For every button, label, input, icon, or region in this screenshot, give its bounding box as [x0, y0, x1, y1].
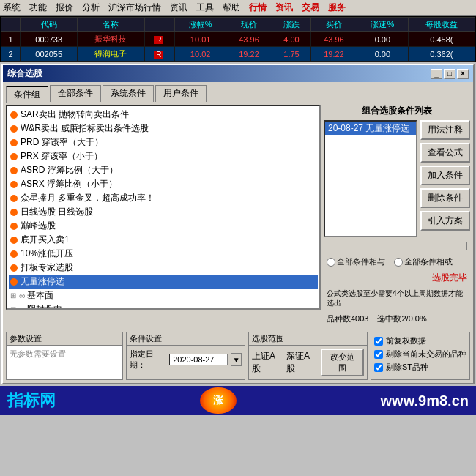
right-panel-content: 20-08-27 无量涨停选 用法注释 查看公式 加入条件 删除条件 引入方案: [324, 120, 470, 237]
params-title: 参数设置: [7, 332, 122, 346]
checkbox-pre-restore[interactable]: [374, 337, 383, 346]
tab-bar: 条件组 全部条件 系统条件 用户条件: [3, 82, 473, 102]
menu-analysis[interactable]: 分析: [82, 1, 100, 14]
checkbox-label: 前复权数据: [386, 335, 426, 346]
checkbox-exclude-no-trade[interactable]: [374, 350, 383, 359]
cell-price: 19.22: [226, 47, 272, 62]
change-range-button[interactable]: 改变范围: [321, 349, 364, 376]
tab-user-conditions[interactable]: 用户条件: [155, 85, 207, 102]
cell-change: 4.00: [272, 32, 310, 47]
stock-count-row: 品种数4003 选中数2/0.0%: [324, 312, 470, 326]
condition-item[interactable]: SAR卖出 抛物转向卖出条件: [9, 108, 318, 122]
date-dropdown-button[interactable]: ▼: [231, 353, 242, 366]
radio-all-or[interactable]: 全部条件相或: [394, 256, 453, 267]
tab-condition-group[interactable]: 条件组: [6, 86, 48, 103]
tree-group-label: 阴封盘中: [27, 303, 62, 310]
table-row[interactable]: 1 000733 振华科技 R 10.01 43.96 4.00 43.96 0…: [1, 32, 475, 47]
checkbox-row: 剔除当前未交易的品种: [374, 349, 466, 360]
condition-item[interactable]: PRD 穿该率（大于）: [9, 135, 318, 149]
cell-name: 振华科技: [78, 32, 144, 47]
condition-item[interactable]: 日线选股 日线选股: [9, 205, 318, 219]
right-panel-label: 组合选股条件列表: [324, 105, 470, 117]
condition-item[interactable]: ASRX 浮筹比例（小于）: [9, 177, 318, 191]
params-panel: 参数设置 无参数需要设置: [6, 332, 123, 380]
dialog-title: 综合选股: [7, 67, 42, 80]
tree-group[interactable]: ⊞ ∞ 基本面: [9, 289, 318, 302]
condition-dot: [10, 181, 18, 188]
tab-all-conditions[interactable]: 全部条件: [50, 85, 101, 102]
condition-label: 无量涨停选: [21, 275, 64, 288]
col-eps: 每股收益: [408, 18, 475, 32]
close-button[interactable]: ×: [457, 69, 469, 79]
radio-options: 全部条件相与 全部条件相或: [324, 255, 470, 269]
date-row: 指定日期： ▼: [127, 346, 245, 373]
date-input[interactable]: [169, 354, 228, 365]
condition-dot: [10, 139, 18, 146]
main-dialog: 综合选股 _ □ × 条件组 全部条件 系统条件 用户条件 SAR卖出 抛物转向…: [1, 64, 475, 384]
col-index: [1, 18, 21, 32]
menu-news2[interactable]: 资讯: [275, 1, 293, 14]
condition-label: W&R卖出 威廉指标卖出条件选股: [21, 122, 149, 135]
menu-function[interactable]: 功能: [29, 1, 47, 14]
status-complete: 选股完毕: [432, 272, 467, 283]
condition-label: 打板专家选股: [21, 261, 73, 274]
selected-conditions-list[interactable]: 20-08-27 无量涨停选: [324, 120, 417, 237]
condition-item[interactable]: 10%涨低开压: [9, 247, 318, 261]
watermark: 指标网 涨 www.9m8.cn: [0, 386, 476, 415]
condition-list-panel[interactable]: SAR卖出 抛物转向卖出条件 W&R卖出 威廉指标卖出条件选股 PRD 穿该率（…: [6, 105, 321, 310]
col-code: 代码: [20, 18, 78, 32]
table-row[interactable]: 2 002055 得润电子 R 10.02 19.22 1.75 19.22 0…: [1, 47, 475, 62]
menu-tools[interactable]: 工具: [196, 1, 214, 14]
condition-item[interactable]: ASRD 浮筹比例（大于）: [9, 163, 318, 177]
import-plan-button[interactable]: 引入方案: [420, 211, 470, 231]
bottom-section: 参数设置 无参数需要设置 条件设置 指定日期： ▼ 选股范围 上证A股 深证A股…: [3, 329, 473, 383]
menu-service[interactable]: 服务: [328, 1, 346, 14]
menu-market[interactable]: 沪深市场行情: [108, 1, 161, 14]
radio-all-or-input[interactable]: [394, 258, 403, 267]
col-price: 现价: [226, 18, 272, 32]
rit-badge: R: [154, 51, 163, 59]
radio-all-same[interactable]: 全部条件相与: [327, 256, 385, 267]
progress-bar: [327, 242, 467, 250]
condition-dot: [10, 223, 18, 230]
condition-item[interactable]: 底开买入卖1: [9, 233, 318, 247]
col-badge: [144, 18, 175, 32]
expand-icon: ⊞: [10, 291, 16, 300]
cell-code: 000733: [20, 32, 78, 47]
selected-condition-item[interactable]: 20-08-27 无量涨停选: [325, 122, 416, 135]
tab-system-conditions[interactable]: 系统条件: [103, 85, 154, 102]
status-area: 选股完毕: [324, 272, 470, 284]
menu-quote[interactable]: 报价: [56, 1, 73, 14]
condition-item[interactable]: 打板专家选股: [9, 261, 318, 275]
tree-group[interactable]: ⊞ ∞ 阴封盘中: [9, 302, 318, 310]
condition-item[interactable]: 众星捧月 多重金叉，超高成功率！: [9, 191, 318, 205]
usage-note-button[interactable]: 用法注释: [420, 120, 470, 140]
condition-dot: [10, 195, 18, 202]
condition-item[interactable]: 巅峰选股: [9, 219, 318, 233]
minimize-button[interactable]: _: [431, 69, 442, 79]
condition-item[interactable]: W&R卖出 威廉指标卖出条件选股: [9, 122, 318, 135]
cell-eps: 0.362(: [408, 47, 475, 62]
maximize-button[interactable]: □: [444, 69, 455, 79]
add-condition-button[interactable]: 加入条件: [420, 166, 470, 185]
view-formula-button[interactable]: 查看公式: [420, 143, 470, 163]
condition-dot: [10, 111, 18, 119]
condition-label: SAR卖出 抛物转向卖出条件: [21, 108, 129, 121]
col-change-pct: 涨幅%: [175, 18, 226, 32]
watermark-left-text: 指标网: [7, 390, 56, 412]
cell-speed: 0.00: [357, 47, 408, 62]
menu-help[interactable]: 帮助: [223, 1, 240, 14]
menu-trade[interactable]: 交易: [302, 1, 319, 14]
radio-all-same-input[interactable]: [327, 258, 335, 267]
checkbox-exclude-st[interactable]: [374, 363, 383, 372]
condition-item[interactable]: PRX 穿该率（小于）: [9, 149, 318, 163]
condition-item-selected[interactable]: 无量涨停选: [9, 275, 318, 289]
infinity-icon: ∞: [19, 305, 26, 310]
stock-table-wrapper: 代码 名称 涨幅% 现价 涨跌 买价 涨速% 每股收益 1 000733 振华科…: [0, 16, 476, 62]
menu-market2[interactable]: 行情: [249, 1, 267, 14]
menu-system[interactable]: 系统: [3, 1, 21, 14]
menu-news[interactable]: 资讯: [170, 1, 187, 14]
radio-all-same-label: 全部条件相与: [337, 256, 385, 267]
delete-condition-button[interactable]: 删除条件: [420, 188, 470, 208]
range-title: 选股范围: [249, 332, 367, 346]
